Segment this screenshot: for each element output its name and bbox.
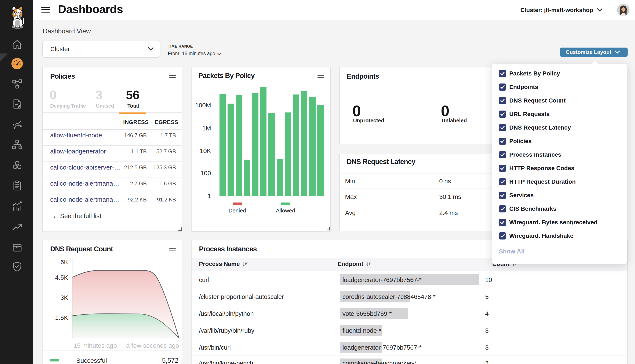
svg-text:1.5K: 1.5K	[55, 314, 68, 321]
svg-text:4.5K: 4.5K	[55, 274, 68, 281]
svg-text:6K: 6K	[60, 258, 68, 266]
svg-text:3K: 3K	[60, 294, 68, 301]
